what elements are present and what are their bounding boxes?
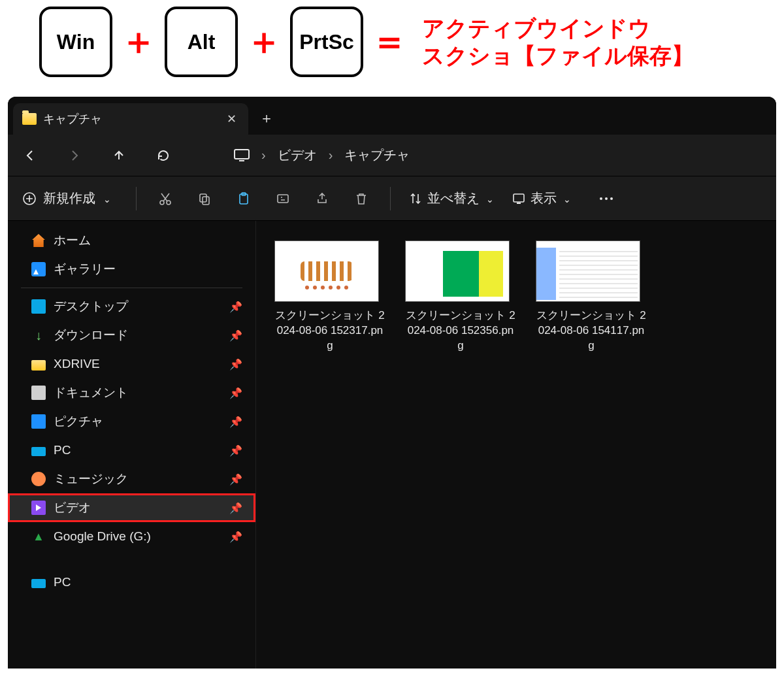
new-button-label: 新規作成 — [43, 190, 95, 207]
breadcrumb-separator: › — [261, 148, 266, 163]
copy-button[interactable] — [194, 188, 215, 209]
sort-button[interactable]: 並べ替え — [409, 190, 494, 207]
breadcrumb-separator: › — [329, 148, 333, 163]
pc-icon — [31, 447, 46, 456]
svg-rect-1 — [239, 160, 244, 161]
sidebar-item-label: PC — [54, 575, 71, 589]
sidebar-item-pictures[interactable]: ピクチャ 📌 — [8, 407, 255, 436]
breadcrumb-segment-capture[interactable]: キャプチャ — [344, 146, 410, 164]
file-name: スクリーンショット 2024-08-06 152356.png — [405, 308, 516, 354]
shortcut-description: アクティブウインドウ スクショ【ファイル保存】 — [422, 14, 694, 70]
pin-icon: 📌 — [229, 416, 242, 428]
rename-button[interactable] — [272, 188, 293, 209]
chevron-down-icon — [562, 191, 571, 206]
svg-rect-9 — [278, 195, 288, 203]
key-alt: Alt — [165, 7, 238, 77]
tab-title: キャプチャ — [43, 111, 217, 127]
view-button-label: 表示 — [531, 190, 557, 207]
titlebar: キャプチャ ✕ ＋ — [8, 97, 776, 135]
file-thumbnail — [274, 240, 379, 302]
explorer-body: ホーム ギャラリー デスクトップ 📌 ダウンロード 📌 XDRIVE 📌 — [8, 221, 776, 669]
sidebar-item-gallery[interactable]: ギャラリー — [8, 255, 255, 284]
video-icon — [31, 501, 46, 515]
forward-button[interactable] — [64, 145, 85, 166]
paste-button[interactable] — [233, 188, 254, 209]
file-item[interactable]: スクリーンショット 2024-08-06 152356.png — [405, 240, 516, 354]
folder-icon — [31, 360, 46, 371]
new-button[interactable]: 新規作成 — [22, 190, 118, 207]
file-item[interactable]: スクリーンショット 2024-08-06 154117.png — [536, 240, 647, 354]
sidebar-item-xdrive[interactable]: XDRIVE 📌 — [8, 350, 255, 378]
pin-icon: 📌 — [229, 473, 242, 486]
sidebar-item-label: ドキュメント — [54, 384, 128, 401]
window-tab[interactable]: キャプチャ ✕ — [13, 103, 248, 135]
file-thumbnail — [405, 240, 510, 302]
chevron-down-icon — [102, 191, 111, 206]
this-pc-icon[interactable] — [234, 149, 250, 162]
breadcrumb-segment-video[interactable]: ビデオ — [278, 146, 317, 164]
folder-icon — [22, 113, 37, 125]
sort-button-label: 並べ替え — [427, 190, 480, 207]
sidebar-item-label: ダウンロード — [54, 327, 128, 344]
toolbar-divider — [136, 187, 137, 210]
sidebar-item-documents[interactable]: ドキュメント 📌 — [8, 378, 255, 407]
gallery-icon — [31, 262, 46, 276]
key-prtsc: PrtSc — [290, 7, 363, 77]
close-tab-button[interactable]: ✕ — [223, 112, 239, 126]
sidebar-item-music[interactable]: ミュージック 📌 — [8, 465, 255, 493]
pin-icon: 📌 — [229, 502, 242, 514]
sidebar-item-label: ピクチャ — [54, 413, 103, 430]
toolbar-divider — [390, 187, 391, 210]
pin-icon: 📌 — [229, 329, 242, 342]
refresh-button[interactable] — [153, 145, 174, 166]
shortcut-banner: Win ＋ Alt ＋ PrtSc ＝ アクティブウインドウ スクショ【ファイル… — [0, 0, 784, 97]
more-button[interactable] — [596, 188, 617, 209]
new-tab-button[interactable]: ＋ — [253, 108, 280, 128]
chevron-down-icon — [485, 191, 494, 206]
download-icon — [31, 328, 46, 342]
sidebar-item-pc[interactable]: PC 📌 — [8, 436, 255, 465]
sidebar-separator — [21, 288, 242, 288]
sidebar-item-home[interactable]: ホーム — [8, 226, 255, 255]
pin-icon: 📌 — [229, 387, 242, 399]
pin-icon: 📌 — [229, 444, 242, 457]
sidebar-item-video[interactable]: ビデオ 📌 — [8, 493, 255, 522]
sidebar-item-gdrive[interactable]: Google Drive (G:) 📌 — [8, 522, 255, 551]
google-drive-icon — [31, 529, 46, 544]
up-button[interactable] — [108, 145, 129, 166]
plus-icon: ＋ — [120, 17, 157, 67]
view-button[interactable]: 表示 — [512, 190, 571, 207]
desktop-icon — [31, 299, 46, 314]
pictures-icon — [31, 414, 46, 429]
breadcrumb[interactable]: › ビデオ › キャプチャ — [234, 146, 410, 164]
svg-rect-0 — [235, 150, 249, 159]
pin-icon: 📌 — [229, 358, 242, 371]
pc-icon — [31, 579, 46, 588]
sidebar-item-label: ギャラリー — [54, 261, 116, 278]
sidebar-item-desktop[interactable]: デスクトップ 📌 — [8, 292, 255, 321]
file-name: スクリーンショット 2024-08-06 154117.png — [536, 308, 647, 354]
pin-icon: 📌 — [229, 531, 242, 543]
document-icon — [31, 386, 46, 400]
sidebar-item-label: ミュージック — [54, 471, 128, 487]
back-button[interactable] — [20, 145, 41, 166]
file-thumbnail — [536, 240, 640, 302]
sidebar-item-label: デスクトップ — [54, 298, 128, 315]
toolbar: 新規作成 並べ替え 表示 — [8, 176, 776, 221]
sidebar-item-this-pc[interactable]: PC — [8, 568, 255, 597]
file-grid[interactable]: スクリーンショット 2024-08-06 152317.png スクリーンショッ… — [256, 221, 776, 669]
file-item[interactable]: スクリーンショット 2024-08-06 152317.png — [274, 240, 385, 354]
sidebar-item-downloads[interactable]: ダウンロード 📌 — [8, 321, 255, 350]
svg-rect-6 — [203, 197, 209, 205]
svg-rect-5 — [200, 194, 206, 202]
pin-icon: 📌 — [229, 301, 242, 313]
sidebar: ホーム ギャラリー デスクトップ 📌 ダウンロード 📌 XDRIVE 📌 — [8, 221, 256, 669]
file-explorer-window: キャプチャ ✕ ＋ › ビデオ › キャプチャ — [8, 97, 776, 669]
delete-button[interactable] — [351, 188, 372, 209]
home-icon — [31, 233, 46, 248]
share-button[interactable] — [312, 188, 333, 209]
svg-rect-11 — [517, 203, 521, 204]
cut-button[interactable] — [155, 188, 176, 209]
svg-point-12 — [600, 197, 602, 200]
music-icon — [31, 472, 46, 486]
